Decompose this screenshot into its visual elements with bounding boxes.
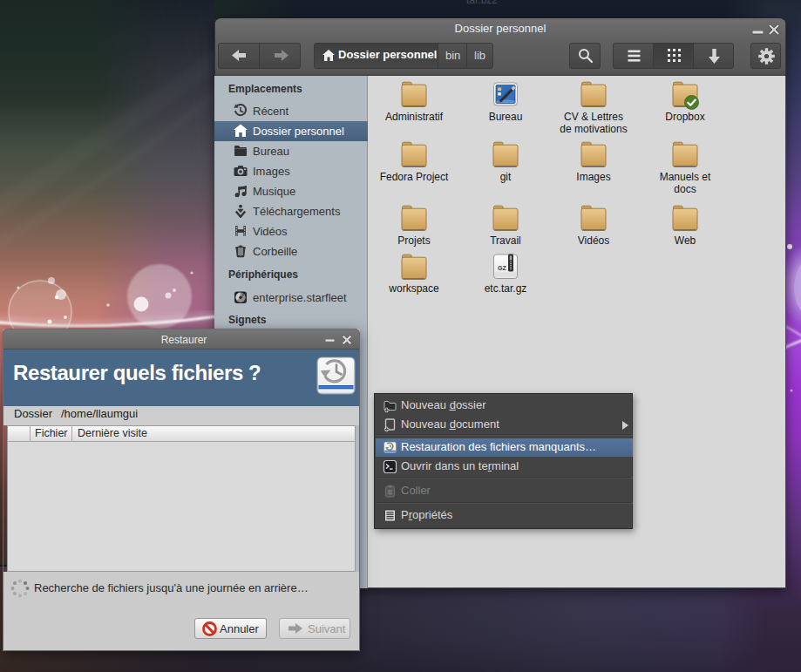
svg-text:GZ: GZ	[498, 265, 506, 271]
